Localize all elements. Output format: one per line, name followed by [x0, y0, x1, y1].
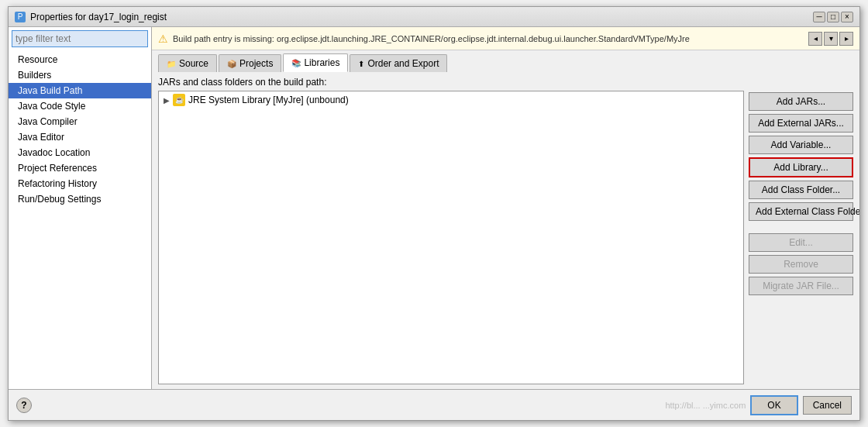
libraries-tab-label: Libraries — [304, 57, 339, 68]
dialog-title: Properties for day17_login_regist — [30, 12, 167, 22]
add-class-folder--button[interactable]: Add Class Folder... — [749, 181, 853, 199]
sidebar-item-resource[interactable]: Resource — [9, 52, 151, 67]
content-area: JARs and class folders on the build path… — [152, 72, 859, 389]
warning-back-button[interactable]: ◂ — [808, 32, 822, 46]
close-button[interactable]: × — [841, 12, 853, 22]
tab-libraries[interactable]: 📚Libraries — [283, 53, 348, 72]
warning-bar: ⚠ Build path entry is missing: org.eclip… — [152, 27, 859, 50]
ok-button[interactable]: OK — [750, 395, 797, 415]
libraries-tab-icon: 📚 — [291, 59, 301, 67]
title-bar: P Properties for day17_login_regist ─ □ … — [9, 7, 859, 27]
projects-tab-icon: 📦 — [227, 60, 236, 68]
build-area: JARs and class folders on the build path… — [158, 77, 744, 384]
bottom-bar: ? http://bl... ...yimc.com OK Cancel — [9, 389, 859, 420]
source-tab-icon: 📁 — [167, 60, 176, 68]
order-and-export-tab-label: Order and Export — [367, 58, 439, 69]
projects-tab-label: Projects — [239, 58, 273, 69]
sidebar-item-java-compiler[interactable]: Java Compiler — [9, 114, 151, 129]
tab-order-and-export[interactable]: ⬆Order and Export — [350, 54, 447, 72]
build-label: JARs and class folders on the build path… — [158, 77, 744, 88]
bottom-right: http://bl... ...yimc.com OK Cancel — [665, 395, 852, 415]
remove-button: Remove — [749, 255, 853, 274]
nav-list: ResourceBuildersJava Build PathJava Code… — [9, 50, 151, 389]
right-panel: ⚠ Build path entry is missing: org.eclip… — [152, 27, 859, 389]
bottom-left: ? — [16, 398, 32, 413]
sidebar-item-java-build-path[interactable]: Java Build Path — [9, 83, 151, 98]
title-bar-left: P Properties for day17_login_regist — [15, 12, 167, 22]
sidebar-item-java-code-style[interactable]: Java Code Style — [9, 98, 151, 114]
build-list[interactable]: ▶ ☕ JRE System Library [MyJre] (unbound) — [158, 91, 744, 384]
warning-text: Build path entry is missing: org.eclipse… — [173, 34, 804, 43]
migrate-jar-file--button: Migrate JAR File... — [749, 277, 853, 295]
source-tab-label: Source — [179, 58, 208, 69]
sidebar-item-builders[interactable]: Builders — [9, 67, 151, 83]
dialog-icon: P — [15, 12, 26, 22]
add-external-class-folder--button[interactable]: Add External Class Folder... — [749, 202, 853, 221]
add-jars--button[interactable]: Add JARs... — [749, 92, 853, 111]
jre-icon: ☕ — [173, 94, 185, 106]
tab-projects[interactable]: 📦Projects — [219, 54, 281, 72]
left-panel: ResourceBuildersJava Build PathJava Code… — [9, 27, 152, 389]
minimize-button[interactable]: ─ — [813, 12, 825, 22]
tab-source[interactable]: 📁Source — [158, 54, 217, 72]
sidebar-item-run/debug-settings[interactable]: Run/Debug Settings — [9, 191, 151, 207]
watermark-text: http://bl... ...yimc.com — [665, 401, 746, 410]
build-item-text: JRE System Library [MyJre] (unbound) — [188, 95, 349, 105]
maximize-button[interactable]: □ — [827, 12, 839, 22]
buttons-panel: Add JARs...Add External JARs...Add Varia… — [749, 77, 853, 384]
order-and-export-tab-icon: ⬆ — [358, 60, 364, 68]
tabs-bar: 📁Source📦Projects📚Libraries⬆Order and Exp… — [152, 50, 859, 72]
warning-forward-button[interactable]: ▸ — [839, 32, 853, 46]
build-item[interactable]: ▶ ☕ JRE System Library [MyJre] (unbound) — [159, 91, 743, 108]
button-spacer — [749, 224, 853, 230]
sidebar-item-project-references[interactable]: Project References — [9, 160, 151, 176]
add-external-jars--button[interactable]: Add External JARs... — [749, 114, 853, 133]
add-library--button[interactable]: Add Library... — [749, 157, 853, 177]
filter-input[interactable] — [12, 30, 148, 47]
cancel-button[interactable]: Cancel — [803, 396, 852, 415]
warning-controls: ◂ ▾ ▸ — [808, 32, 853, 46]
sidebar-item-javadoc-location[interactable]: Javadoc Location — [9, 145, 151, 160]
warning-down-button[interactable]: ▾ — [824, 32, 838, 46]
main-content: ResourceBuildersJava Build PathJava Code… — [9, 27, 859, 389]
sidebar-item-refactoring-history[interactable]: Refactoring History — [9, 176, 151, 191]
title-controls: ─ □ × — [813, 12, 853, 22]
warning-icon: ⚠ — [158, 33, 168, 45]
properties-dialog: P Properties for day17_login_regist ─ □ … — [8, 6, 860, 421]
add-variable--button[interactable]: Add Variable... — [749, 136, 853, 154]
expand-arrow-icon: ▶ — [164, 96, 170, 105]
edit--button: Edit... — [749, 233, 853, 252]
sidebar-item-java-editor[interactable]: Java Editor — [9, 129, 151, 145]
help-button[interactable]: ? — [16, 398, 32, 413]
